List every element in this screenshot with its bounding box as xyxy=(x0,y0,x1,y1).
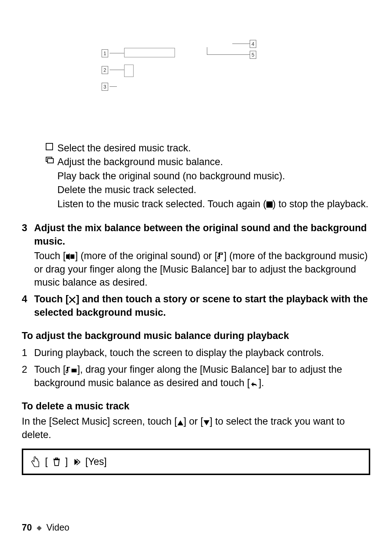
bar-bracket-open: [ xyxy=(45,455,48,468)
legend-icon-5 xyxy=(44,197,55,199)
adjust-step-1-text: During playback, touch the screen to dis… xyxy=(34,346,370,359)
legend-text-3: Play back the original sound (no backgro… xyxy=(55,169,370,183)
adjust-balance-heading: To adjust the background music balance d… xyxy=(22,329,370,342)
adjust-step-2-number: 2 xyxy=(22,363,34,389)
diagram-label-2: 2 xyxy=(102,66,108,74)
diagram-label-1: 1 xyxy=(102,49,108,57)
delete-track-heading: To delete a music track xyxy=(22,400,370,413)
adjust-step-2-text-a: Touch [ xyxy=(34,364,66,375)
legend-icon-4 xyxy=(44,183,55,185)
adjust-step-2: 2 Touch [ ], drag your finger along the … xyxy=(22,363,370,389)
step-3-heading: Adjust the mix balance between the origi… xyxy=(34,221,370,248)
triangle-down-icon xyxy=(203,420,210,426)
step-3-number: 3 xyxy=(22,221,34,289)
callout-diagram: 1 2 3 4 5 xyxy=(44,36,370,134)
diagram-label-5: 5 xyxy=(250,51,256,59)
step-4: 4 Touch [ ] and then touch a story or sc… xyxy=(22,293,370,319)
legend-icon-3 xyxy=(44,169,55,171)
bar-yes: [Yes] xyxy=(85,455,107,468)
legend-text-5b: ) to stop the playback. xyxy=(273,199,368,209)
adjust-step-2-text-b: ], drag your finger along the [Music Bal… xyxy=(34,364,342,388)
svg-rect-1 xyxy=(72,369,77,372)
stop-icon xyxy=(266,201,273,208)
close-x-icon xyxy=(69,296,76,303)
legend-text-2: Adjust the background music balance. xyxy=(55,155,370,168)
step-3-text-a: Touch [ xyxy=(34,250,66,261)
legend-icon-1 xyxy=(44,142,55,150)
legend-text-1: Select the desired music track. xyxy=(55,142,370,155)
legend-icon-2 xyxy=(44,155,55,163)
diagram-label-4: 4 xyxy=(250,40,256,48)
diagram-legend: Select the desired music track. Adjust t… xyxy=(44,142,370,210)
chevron-right-icon xyxy=(73,458,80,466)
touch-hand-icon xyxy=(30,456,40,468)
delete-track-text: In the [Select Music] screen, touch [ ] … xyxy=(22,415,370,441)
diagram-label-3: 3 xyxy=(102,83,108,91)
page-footer: 70 ◆ Video xyxy=(22,522,69,534)
step-3-text-b: ] (more of the original sound) or [ xyxy=(75,250,217,261)
step-4-number: 4 xyxy=(22,293,34,319)
delete-text-a: In the [Select Music] screen, touch [ xyxy=(22,416,177,427)
bar-bracket-close: ] xyxy=(65,455,68,468)
return-icon xyxy=(250,380,258,387)
trash-icon xyxy=(53,458,60,466)
delete-text-b: ] or [ xyxy=(184,416,203,427)
footer-diamond-icon: ◆ xyxy=(37,524,42,531)
step-4-head-b: ] and then touch a story or scene to sta… xyxy=(34,294,368,318)
adjust-step-2-text: Touch [ ], drag your finger along the [M… xyxy=(34,363,370,389)
camcorder-sound-icon xyxy=(66,253,75,260)
action-bar: [ ] [Yes] xyxy=(22,449,370,475)
svg-rect-0 xyxy=(70,254,74,259)
adjust-step-1-number: 1 xyxy=(22,346,34,359)
music-balance-icon xyxy=(66,367,77,374)
page-number: 70 xyxy=(22,522,32,532)
legend-text-5a: Listen to the music track selected. Touc… xyxy=(57,199,266,209)
legend-text-4: Delete the music track selected. xyxy=(55,183,370,196)
footer-section: Video xyxy=(46,522,70,532)
adjust-step-2-text-c: ]. xyxy=(258,377,264,388)
music-note-icon xyxy=(217,252,224,260)
step-4-head-a: Touch [ xyxy=(34,294,69,304)
legend-text-5: Listen to the music track selected. Touc… xyxy=(55,197,370,210)
step-4-heading: Touch [ ] and then touch a story or scen… xyxy=(34,293,370,319)
step-3: 3 Adjust the mix balance between the ori… xyxy=(22,221,370,289)
step-3-text: Touch [ ] (more of the original sound) o… xyxy=(34,249,370,289)
adjust-step-1: 1 During playback, touch the screen to d… xyxy=(22,346,370,359)
triangle-up-icon xyxy=(177,420,184,426)
